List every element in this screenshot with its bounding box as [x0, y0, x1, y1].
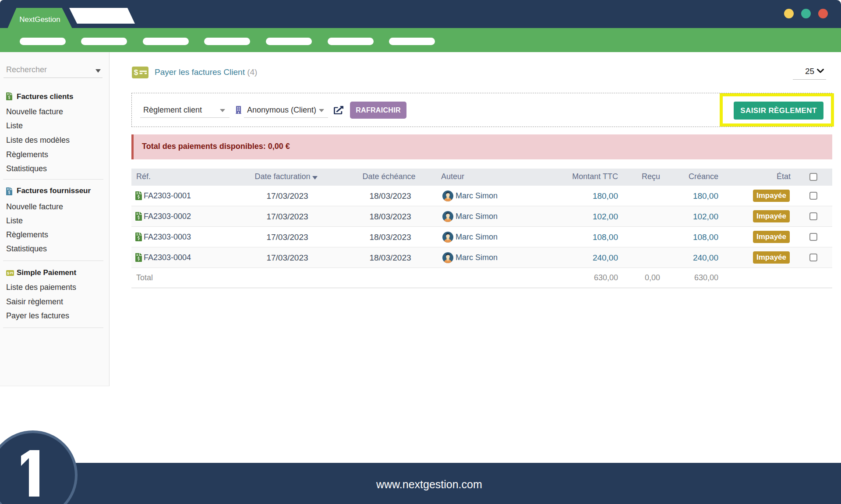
svg-text:$: $: [134, 68, 138, 77]
svg-text:$: $: [7, 271, 9, 275]
